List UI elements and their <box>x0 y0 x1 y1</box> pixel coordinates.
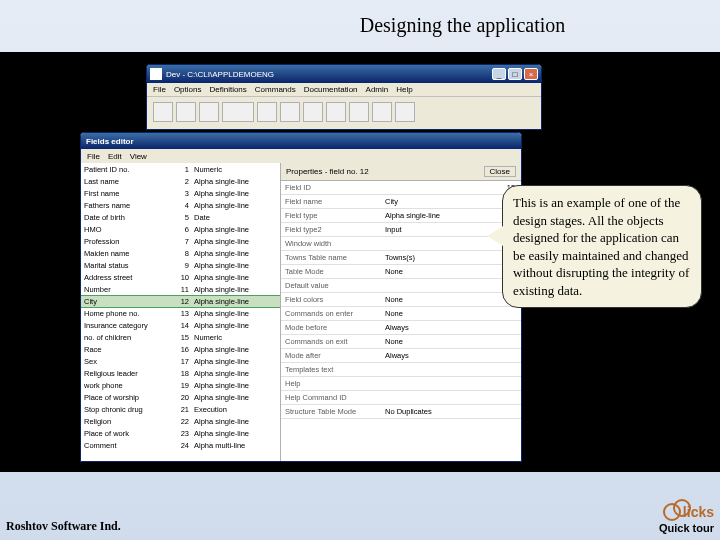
editor-window-title: Fields editor <box>86 137 134 146</box>
menu-admin[interactable]: Admin <box>366 85 389 94</box>
property-row[interactable]: Mode afterAlways <box>281 349 521 363</box>
main-window-title: Dev - C:\CLI\APPLDEMOENG <box>166 70 492 79</box>
properties-title: Properties - field no. 12 <box>286 167 369 176</box>
field-row[interactable]: Date of birth5Date <box>81 211 280 223</box>
field-row[interactable]: Race16Alpha single-line <box>81 343 280 355</box>
toolbar-button[interactable] <box>303 102 323 122</box>
property-row[interactable]: Towns Table nameTowns(s) <box>281 251 521 265</box>
field-row[interactable]: Comment24Alpha multi-line <box>81 439 280 451</box>
field-row[interactable]: Marital status9Alpha single-line <box>81 259 280 271</box>
field-row[interactable]: Profession7Alpha single-line <box>81 235 280 247</box>
field-row[interactable]: Maiden name8Alpha single-line <box>81 247 280 259</box>
properties-panel: Properties - field no. 12 Close Field ID… <box>281 163 521 461</box>
toolbar-button[interactable] <box>349 102 369 122</box>
main-menubar: File Options Definitions Commands Docume… <box>147 83 541 97</box>
field-row[interactable]: HMO6Alpha single-line <box>81 223 280 235</box>
property-row[interactable]: Field nameCity <box>281 195 521 209</box>
field-row[interactable]: Number11Alpha single-line <box>81 283 280 295</box>
footer-company: Roshtov Software Ind. <box>6 519 121 534</box>
property-row[interactable]: Default value <box>281 279 521 293</box>
app-icon <box>150 68 162 80</box>
field-row[interactable]: Place of work23Alpha single-line <box>81 427 280 439</box>
menu-options[interactable]: Options <box>174 85 202 94</box>
main-toolbar <box>147 97 541 127</box>
property-row[interactable]: Table ModeNone <box>281 265 521 279</box>
field-row[interactable]: Last name2Alpha single-line <box>81 175 280 187</box>
main-app-window: Dev - C:\CLI\APPLDEMOENG _ □ × File Opti… <box>146 64 542 130</box>
property-row[interactable]: Field ID12 <box>281 181 521 195</box>
clicks-logo: licks <box>663 503 714 521</box>
field-row[interactable]: Religion22Alpha single-line <box>81 415 280 427</box>
field-row[interactable]: no. of children15Numeric <box>81 331 280 343</box>
editor-menubar: File Edit View <box>81 149 521 163</box>
field-row[interactable]: Home phone no.13Alpha single-line <box>81 307 280 319</box>
property-row[interactable]: Field typeAlpha single-line <box>281 209 521 223</box>
quick-tour-label: Quick tour <box>659 522 714 534</box>
field-row[interactable]: Address street10Alpha single-line <box>81 271 280 283</box>
property-row[interactable]: Field type2Input <box>281 223 521 237</box>
toolbar-button[interactable] <box>176 102 196 122</box>
menu-documentation[interactable]: Documentation <box>304 85 358 94</box>
logo-icon <box>663 503 681 521</box>
toolbar-button[interactable] <box>280 102 300 122</box>
properties-close-button[interactable]: Close <box>484 166 516 177</box>
toolbar-button[interactable] <box>326 102 346 122</box>
slide-title: Designing the application <box>0 0 720 47</box>
field-row[interactable]: work phone19Alpha single-line <box>81 379 280 391</box>
property-row[interactable]: Structure Table ModeNo Duplicates <box>281 405 521 419</box>
field-row[interactable]: Patient ID no.1Numeric <box>81 163 280 175</box>
explanation-callout: This is an example of one of the design … <box>502 185 702 308</box>
minimize-button[interactable]: _ <box>492 68 506 80</box>
main-titlebar: Dev - C:\CLI\APPLDEMOENG _ □ × <box>147 65 541 83</box>
property-row[interactable]: Help <box>281 377 521 391</box>
toolbar-button[interactable] <box>153 102 173 122</box>
field-row[interactable]: City12Alpha single-line <box>81 295 280 307</box>
property-row[interactable]: Templates text <box>281 363 521 377</box>
menu-file[interactable]: File <box>153 85 166 94</box>
toolbar-button[interactable] <box>257 102 277 122</box>
toolbar-button[interactable] <box>199 102 219 122</box>
properties-list: Field ID12Field nameCityField typeAlpha … <box>281 181 521 419</box>
toolbar-button[interactable] <box>372 102 392 122</box>
menu-help[interactable]: Help <box>396 85 412 94</box>
editor-menu-file[interactable]: File <box>87 152 100 161</box>
menu-commands[interactable]: Commands <box>255 85 296 94</box>
toolbar-button[interactable] <box>222 102 254 122</box>
maximize-button[interactable]: □ <box>508 68 522 80</box>
editor-titlebar: Fields editor <box>81 133 521 149</box>
field-row[interactable]: Sex17Alpha single-line <box>81 355 280 367</box>
editor-menu-view[interactable]: View <box>130 152 147 161</box>
editor-menu-edit[interactable]: Edit <box>108 152 122 161</box>
field-row[interactable]: Place of worship20Alpha single-line <box>81 391 280 403</box>
property-row[interactable]: Field colorsNone <box>281 293 521 307</box>
menu-definitions[interactable]: Definitions <box>209 85 246 94</box>
property-row[interactable]: Commands on exitNone <box>281 335 521 349</box>
property-row[interactable]: Mode beforeAlways <box>281 321 521 335</box>
field-row[interactable]: Insurance category14Alpha single-line <box>81 319 280 331</box>
field-list[interactable]: Patient ID no.1NumericLast name2Alpha si… <box>81 163 281 461</box>
property-row[interactable]: Commands on enterNone <box>281 307 521 321</box>
field-row[interactable]: Stop chronic drug21Execution <box>81 403 280 415</box>
toolbar-button[interactable] <box>395 102 415 122</box>
property-row[interactable]: Help Command ID <box>281 391 521 405</box>
field-row[interactable]: First name3Alpha single-line <box>81 187 280 199</box>
field-row[interactable]: Fathers name4Alpha single-line <box>81 199 280 211</box>
footer: Roshtov Software Ind. licks Quick tour <box>6 503 714 534</box>
field-row[interactable]: Religious leader18Alpha single-line <box>81 367 280 379</box>
fields-editor-window: Fields editor File Edit View Patient ID … <box>80 132 522 462</box>
properties-header: Properties - field no. 12 Close <box>281 163 521 181</box>
property-row[interactable]: Window width14 <box>281 237 521 251</box>
close-button[interactable]: × <box>524 68 538 80</box>
